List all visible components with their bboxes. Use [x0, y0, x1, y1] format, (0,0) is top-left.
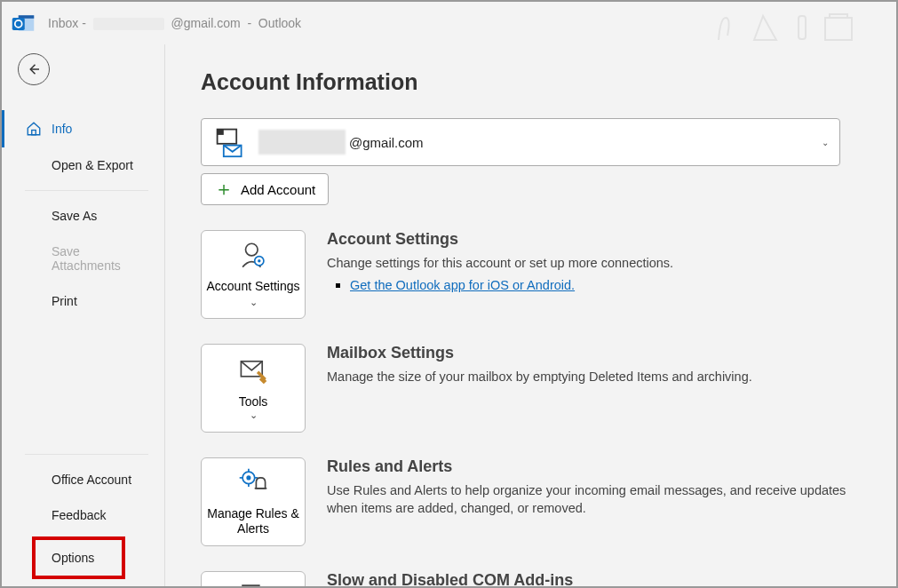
- tile-com-addins[interactable]: [201, 571, 306, 586]
- sidebar-label: Feedback: [52, 508, 106, 522]
- sidebar-item-save-as[interactable]: Save As: [2, 198, 164, 234]
- plus-icon: ＋: [214, 179, 234, 199]
- back-button[interactable]: [18, 53, 50, 85]
- outlook-app-link[interactable]: Get the Outlook app for iOS or Android.: [350, 278, 575, 292]
- add-account-button[interactable]: ＋ Add Account: [201, 173, 329, 205]
- gear-bell-icon: [235, 467, 271, 501]
- outlook-logo-icon: [11, 11, 36, 36]
- decorative-header-icons: [710, 9, 887, 48]
- account-envelope-icon: [214, 126, 246, 158]
- sidebar-label: Info: [52, 122, 72, 136]
- section-title: Mailbox Settings: [327, 344, 752, 362]
- title-bar: Inbox - @gmail.com - Outlook: [2, 2, 896, 44]
- envelope-broom-icon: [235, 355, 271, 389]
- chevron-down-icon: ⌄: [822, 138, 829, 147]
- sidebar-label: Save As: [52, 209, 97, 223]
- section-title: Slow and Disabled COM Add-ins: [327, 571, 699, 586]
- section-desc: Change settings for this account or set …: [327, 254, 673, 272]
- sidebar-item-save-attachments: Save Attachments: [2, 234, 164, 283]
- section-desc: Manage the size of your mailbox by empty…: [327, 368, 752, 385]
- sidebar-item-office-account[interactable]: Office Account: [2, 462, 164, 497]
- section-desc: Use Rules and Alerts to help organize yo…: [327, 481, 861, 518]
- section-account-settings: Account Settings ⌄ Account Settings Chan…: [201, 230, 861, 319]
- svg-rect-21: [242, 585, 259, 586]
- section-mailbox-settings: Tools ⌄ Mailbox Settings Manage the size…: [201, 344, 861, 433]
- add-account-label: Add Account: [241, 182, 315, 197]
- sidebar-item-options[interactable]: Options: [36, 540, 122, 576]
- options-highlight-box: Options: [32, 536, 125, 579]
- window-title: Inbox - @gmail.com - Outlook: [48, 16, 301, 30]
- sidebar-label: Options: [52, 551, 94, 565]
- svg-rect-4: [799, 16, 806, 39]
- section-com-addins: Slow and Disabled COM Add-ins Manage COM…: [201, 571, 861, 586]
- page-title: Account Information: [201, 69, 861, 95]
- home-icon: [25, 121, 43, 137]
- sidebar-item-info[interactable]: Info: [2, 110, 164, 147]
- svg-rect-2: [12, 18, 25, 30]
- list-gear-icon: [235, 581, 271, 586]
- sidebar-divider: [25, 190, 148, 191]
- svg-point-15: [246, 475, 250, 480]
- backstage-sidebar: Info Open & Export Save As Save Attachme…: [2, 44, 165, 586]
- tile-tools[interactable]: Tools ⌄: [201, 344, 306, 433]
- tile-label: Account Settings ⌄: [202, 279, 305, 310]
- content-pane: Account Information @gmail.com ⌄ ＋ Add A…: [165, 44, 896, 586]
- redacted-email-user: [258, 130, 346, 155]
- person-gear-icon: [235, 240, 271, 274]
- redacted-email-user: [93, 18, 164, 30]
- account-selector-dropdown[interactable]: @gmail.com ⌄: [201, 118, 840, 166]
- sidebar-label: Office Account: [52, 473, 131, 487]
- sidebar-label: Save Attachments: [52, 244, 148, 273]
- sidebar-divider: [25, 454, 148, 455]
- svg-point-12: [258, 259, 260, 262]
- sidebar-item-open-export[interactable]: Open & Export: [2, 147, 164, 183]
- chevron-down-icon: ⌄: [250, 409, 258, 421]
- tile-label: Manage Rules & Alerts: [202, 506, 305, 537]
- sidebar-label: Open & Export: [52, 158, 133, 172]
- svg-point-10: [246, 243, 258, 256]
- svg-rect-8: [218, 130, 224, 135]
- sidebar-label: Print: [52, 294, 77, 308]
- svg-rect-6: [32, 131, 36, 135]
- section-rules-alerts: Manage Rules & Alerts Rules and Alerts U…: [201, 457, 861, 546]
- tile-label: Tools: [239, 394, 268, 410]
- sidebar-item-print[interactable]: Print: [2, 283, 164, 319]
- section-title: Account Settings: [327, 230, 673, 249]
- account-email-suffix: @gmail.com: [349, 135, 424, 150]
- tile-account-settings[interactable]: Account Settings ⌄: [201, 230, 306, 319]
- tile-manage-rules-alerts[interactable]: Manage Rules & Alerts: [201, 457, 306, 546]
- sidebar-item-feedback[interactable]: Feedback: [2, 497, 164, 533]
- chevron-down-icon: ⌄: [250, 297, 258, 307]
- section-title: Rules and Alerts: [327, 457, 861, 476]
